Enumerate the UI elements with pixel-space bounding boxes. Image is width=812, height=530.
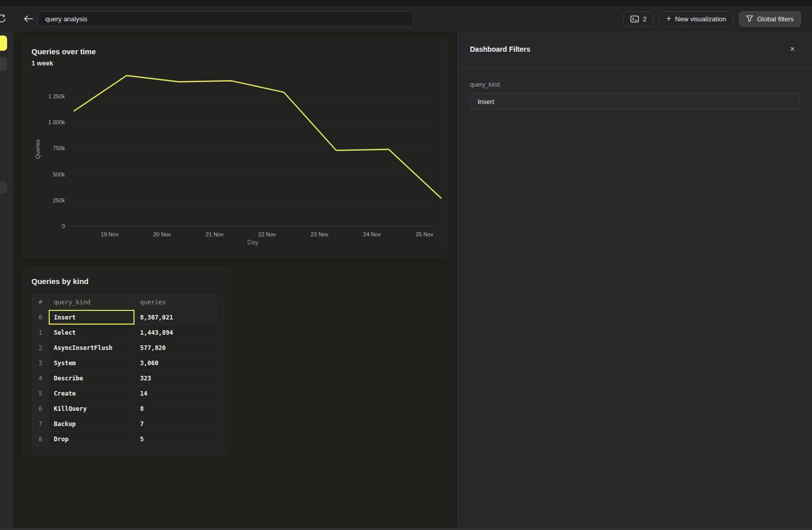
- row-index-cell: 2: [32, 340, 49, 356]
- y-axis-tick-label: 500k: [53, 171, 65, 178]
- sidebar-item-active-dashboard[interactable]: [0, 36, 7, 51]
- back-button[interactable]: [22, 13, 35, 25]
- queries-count-cell[interactable]: 8,307,021: [135, 310, 217, 325]
- sidebar: [0, 31, 14, 530]
- query-kind-cell[interactable]: AsyncInsertFlush: [49, 340, 135, 356]
- filters-panel-body: query_kind Insert: [458, 67, 812, 110]
- topbar-actions: 2 + New visualization Global filters: [623, 11, 812, 27]
- queries-count-cell[interactable]: 1,443,894: [135, 325, 217, 340]
- column-header-queries[interactable]: queries: [135, 295, 217, 310]
- query-kind-cell[interactable]: Create: [49, 386, 135, 401]
- column-header-query_kind[interactable]: query_kind: [49, 295, 135, 310]
- filters-panel-title: Dashboard Filters: [470, 45, 530, 53]
- x-axis-tick-label: 22 Nov: [258, 231, 276, 237]
- queries-by-kind-table: #query_kindqueries 0Insert8,307,0211Sele…: [32, 295, 217, 447]
- query-kind-cell[interactable]: System: [49, 356, 135, 371]
- y-axis-tick-label: 750k: [53, 145, 65, 151]
- queries-count-cell[interactable]: 323: [135, 371, 217, 386]
- filter-value-text: Insert: [478, 98, 494, 105]
- queries-count-cell[interactable]: 7: [135, 416, 217, 432]
- table-row: 7Backup7: [32, 416, 217, 432]
- filter-field-label: query_kind: [470, 81, 800, 88]
- close-icon[interactable]: ×: [788, 43, 797, 55]
- queries-by-kind-card: Queries by kind #query_kindqueries 0Inse…: [23, 268, 230, 455]
- row-index-cell: 3: [32, 356, 49, 371]
- query-kind-cell[interactable]: Select: [49, 325, 135, 340]
- queries-over-time-card: Queries over time 1 week 1 250k1 000k750…: [23, 38, 448, 258]
- x-axis-tick-label: 19 Nov: [101, 231, 119, 237]
- x-axis-tick-label: 20 Nov: [153, 231, 171, 237]
- dashboard-title-input[interactable]: [38, 11, 413, 27]
- row-index-cell: 5: [32, 386, 49, 401]
- y-axis-title: Queries: [35, 139, 41, 159]
- row-index-cell: 6: [32, 401, 49, 416]
- queries-count-cell[interactable]: 5: [135, 432, 217, 447]
- y-axis-tick-label: 1 000k: [48, 119, 65, 125]
- row-index-cell: 0: [32, 310, 49, 325]
- table-row: 4Describe323: [32, 371, 217, 386]
- y-axis-tick-label: 1 250k: [48, 93, 65, 99]
- dashboard-filters-panel: Dashboard Filters × query_kind Insert: [457, 31, 812, 530]
- x-axis-tick-label: 25 Nov: [416, 231, 433, 237]
- plus-icon: +: [666, 15, 671, 23]
- table-row: 3System3,060: [32, 356, 217, 371]
- queries-count-cell[interactable]: 14: [135, 386, 217, 401]
- x-axis-tick-label: 23 Nov: [311, 231, 328, 237]
- y-axis-tick-label: 0: [62, 223, 65, 229]
- dashboard-canvas: Queries over time 1 week 1 250k1 000k750…: [14, 31, 457, 530]
- window-top-strip: [0, 0, 812, 6]
- x-axis-tick-label: 21 Nov: [206, 231, 223, 237]
- console-count: 2: [643, 15, 647, 23]
- sidebar-item-2[interactable]: [0, 57, 7, 71]
- query-kind-cell[interactable]: Describe: [49, 371, 135, 386]
- table-header-row: #query_kindqueries: [32, 295, 217, 310]
- row-index-cell: 8: [32, 432, 49, 447]
- table-row: 5Create14: [32, 386, 217, 401]
- queries-count-cell[interactable]: 577,820: [135, 340, 217, 356]
- sidebar-item-3[interactable]: [0, 182, 7, 194]
- filter-value-input[interactable]: Insert: [470, 93, 800, 110]
- table-row: 6KillQuery8: [32, 401, 217, 416]
- queries-count-cell[interactable]: 8: [135, 401, 217, 416]
- filters-panel-header: Dashboard Filters ×: [458, 31, 812, 67]
- history-refresh-icon[interactable]: [0, 13, 10, 24]
- row-index-cell: 4: [32, 371, 49, 386]
- queries-line-chart[interactable]: 1 250k1 000k750k500k250k019 Nov20 Nov21 …: [23, 39, 449, 258]
- row-index-cell: 1: [32, 325, 49, 340]
- row-index-cell: 7: [32, 416, 49, 432]
- queries-count-cell[interactable]: 3,060: [135, 356, 217, 371]
- queries-series-line: [74, 76, 441, 198]
- global-filters-label: Global filters: [757, 15, 794, 23]
- table-title: Queries by kind: [31, 277, 89, 286]
- table-row: 1Select1,443,894: [32, 325, 217, 340]
- query-kind-cell[interactable]: Backup: [49, 416, 135, 432]
- new-visualization-button[interactable]: + New visualization: [659, 11, 733, 27]
- table-row: 2AsyncInsertFlush577,820: [32, 340, 217, 356]
- query-kind-cell-selected[interactable]: Insert: [49, 310, 135, 325]
- console-count-button[interactable]: 2: [623, 11, 654, 27]
- query-kind-cell[interactable]: KillQuery: [49, 401, 135, 416]
- table-row: 8Drop5: [32, 432, 217, 447]
- x-axis-tick-label: 24 Nov: [363, 231, 381, 237]
- y-axis-tick-label: 250k: [53, 197, 65, 203]
- x-axis-title: Day: [247, 239, 258, 246]
- topbar: 2 + New visualization Global filters: [0, 6, 812, 31]
- table-row: 0Insert8,307,021: [32, 310, 217, 325]
- funnel-icon: [746, 15, 753, 22]
- query-kind-cell[interactable]: Drop: [49, 432, 135, 447]
- window-bottom-edge: [0, 528, 812, 530]
- terminal-icon: [630, 15, 639, 23]
- column-header-index[interactable]: #: [32, 295, 49, 310]
- global-filters-button[interactable]: Global filters: [739, 11, 801, 27]
- new-visualization-label: New visualization: [675, 15, 726, 23]
